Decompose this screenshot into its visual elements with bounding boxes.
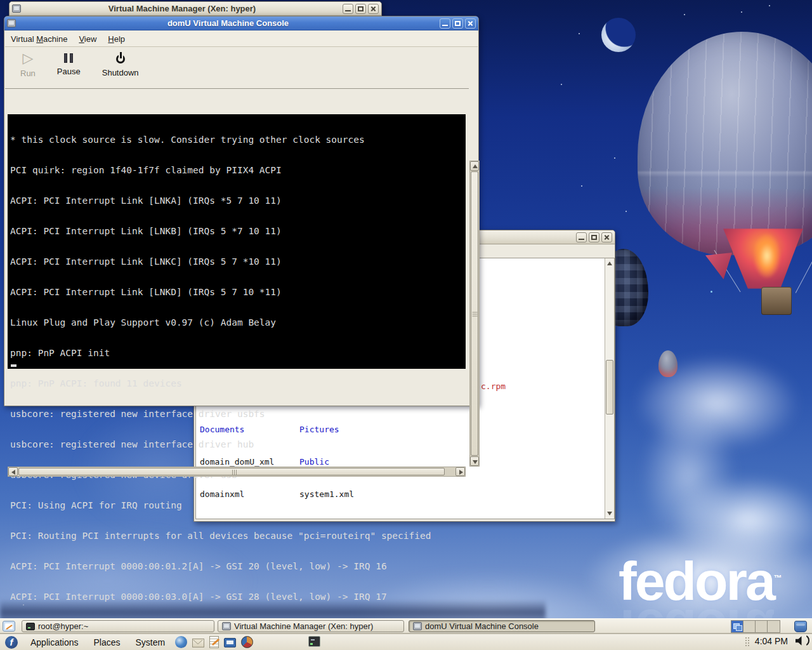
hot-air-balloon-large (638, 32, 812, 255)
scrollbar-thumb[interactable] (471, 171, 478, 456)
console-menubar: Virtual Machine View Help (5, 31, 478, 47)
menu-system[interactable]: System (128, 635, 173, 649)
star (741, 11, 742, 13)
maximize-button[interactable] (452, 18, 463, 29)
scrollbar-thumb[interactable] (606, 360, 613, 415)
shutdown-button[interactable]: Shutdown (102, 47, 139, 77)
vm-window-icon (413, 622, 422, 630)
fedora-wordmark: fedora™ (619, 554, 782, 608)
star (684, 14, 685, 15)
star (625, 211, 627, 212)
star (561, 84, 562, 85)
minimize-button[interactable] (576, 232, 587, 242)
gnome-panel: f Applications Places System (0, 633, 812, 650)
email-icon[interactable] (192, 639, 204, 647)
task-button-terminal[interactable]: root@hyper:~ (22, 620, 214, 632)
balloon-pennant (705, 253, 732, 279)
menu-help[interactable]: Help (102, 32, 131, 46)
menu-virtual-machine[interactable]: Virtual Machine (5, 32, 73, 46)
terminal-vertical-scrollbar[interactable] (605, 258, 614, 519)
shutdown-label: Shutdown (102, 68, 139, 77)
vmm-window-title: Virtual Machine Manager (Xen: hyper) (23, 4, 341, 13)
pause-button[interactable]: Pause (57, 47, 81, 76)
console-cursor (11, 364, 16, 367)
vm-window-icon (222, 622, 231, 630)
play-icon: ▷ (22, 52, 33, 65)
spreadsheet-icon[interactable] (241, 636, 253, 648)
workspace-2[interactable] (743, 621, 756, 632)
star (614, 157, 615, 159)
show-desktop-button[interactable] (3, 621, 15, 632)
presentation-icon[interactable] (224, 638, 236, 647)
star (769, 5, 770, 6)
console-viewport: * this clock source is slow. Consider tr… (5, 88, 469, 394)
task-button-vmm[interactable]: Virtual Machine Manager (Xen: hyper) (218, 620, 404, 632)
vm-window-icon (7, 19, 16, 27)
run-button: ▷ Run (20, 47, 36, 78)
balloon-flame (754, 234, 780, 278)
workspace-4[interactable] (768, 621, 780, 632)
console-window-title: domU Virtual Machine Console (18, 18, 438, 28)
console-vertical-scrollbar[interactable] (469, 161, 480, 467)
moon (601, 18, 636, 52)
menu-view[interactable]: View (73, 32, 102, 46)
window-domu-console: domU Virtual Machine Console Virtual Mac… (4, 16, 479, 406)
menu-applications[interactable]: Applications (23, 635, 86, 649)
maximize-button[interactable] (355, 4, 366, 14)
trademark-symbol: ™ (774, 573, 782, 583)
workspace-3[interactable] (756, 621, 768, 632)
vm-window-icon (12, 4, 21, 13)
terminal-launcher-icon[interactable] (308, 636, 320, 647)
fedora-menu-icon[interactable]: f (5, 636, 18, 649)
vm-console-screen[interactable]: * this clock source is slow. Consider tr… (8, 114, 466, 369)
taskbar: root@hyper:~ Virtual Machine Manager (Xe… (0, 618, 812, 633)
menu-places[interactable]: Places (86, 635, 128, 649)
scrollbar-thumb[interactable] (18, 468, 445, 475)
console-horizontal-scrollbar[interactable] (8, 467, 466, 477)
power-icon (115, 52, 126, 64)
balloon-rope (796, 249, 812, 293)
scroll-right-button[interactable] (455, 467, 465, 476)
scroll-up-icon[interactable] (607, 262, 612, 265)
run-label: Run (20, 69, 36, 78)
pause-icon (64, 52, 73, 63)
star (579, 33, 580, 34)
terminal-icon (26, 623, 35, 630)
balloon-basket (761, 287, 792, 315)
task-button-domu-console[interactable]: domU Virtual Machine Console (409, 620, 595, 632)
scroll-down-button[interactable] (470, 456, 479, 466)
scroll-left-button[interactable] (8, 467, 18, 476)
desktop: fedora fedora™ Virtual Machine Manager (… (0, 0, 812, 650)
boot-log: * this clock source is slow. Consider tr… (10, 114, 431, 650)
scroll-down-icon[interactable] (607, 512, 612, 515)
workspace-1[interactable] (731, 621, 743, 632)
workspace-switcher (731, 620, 780, 633)
minimize-button[interactable] (343, 4, 353, 14)
minimize-button[interactable] (440, 18, 450, 29)
pause-label: Pause (57, 67, 81, 76)
close-button[interactable] (601, 232, 612, 242)
web-browser-icon[interactable] (175, 636, 187, 648)
console-toolbar: ▷ Run Pause Shutdown (5, 47, 478, 88)
star (710, 291, 712, 293)
terminal-red-text: c.rpm (481, 381, 506, 392)
close-button[interactable] (465, 18, 476, 29)
scroll-up-button[interactable] (470, 161, 479, 171)
trash-icon[interactable] (794, 621, 807, 632)
star (581, 185, 582, 187)
word-processor-icon[interactable] (209, 636, 219, 648)
maximize-button[interactable] (589, 232, 599, 242)
console-titlebar[interactable]: domU Virtual Machine Console (4, 17, 478, 30)
close-button[interactable] (368, 4, 379, 14)
vmm-titlebar[interactable]: Virtual Machine Manager (Xen: hyper) (10, 2, 381, 16)
clock[interactable]: 4:04 PM (755, 636, 788, 646)
panel-drag-handle[interactable] (745, 637, 750, 647)
